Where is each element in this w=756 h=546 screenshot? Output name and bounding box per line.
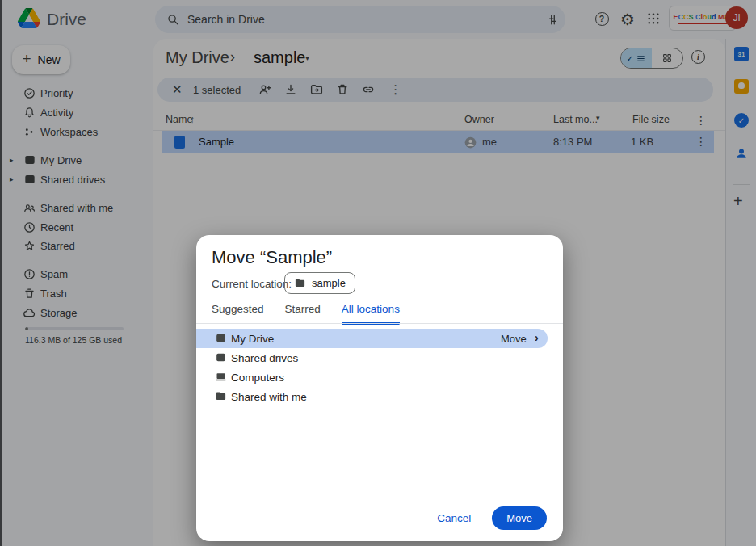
location-row-my-drive[interactable]: My Drive Move › — [196, 329, 548, 348]
dialog-footer: Cancel Move — [437, 506, 547, 530]
dialog-tabs: Suggested Starred All locations — [212, 303, 400, 325]
tab-suggested[interactable]: Suggested — [212, 303, 264, 325]
location-row-computers[interactable]: Computers — [196, 368, 563, 387]
computers-icon — [215, 371, 227, 385]
location-row-shared-drives[interactable]: Shared drives — [196, 348, 563, 368]
cancel-button[interactable]: Cancel — [437, 512, 471, 524]
tab-starred[interactable]: Starred — [285, 303, 321, 325]
current-location-chip[interactable]: sample — [284, 272, 355, 294]
shared-folder-icon — [215, 390, 227, 405]
current-location-label: Current location: — [212, 278, 292, 290]
location-row-shared-with-me[interactable]: Shared with me — [196, 387, 563, 406]
folder-icon — [294, 277, 306, 289]
current-location-name: sample — [312, 277, 346, 289]
shared-drives-icon — [215, 351, 227, 366]
inline-move-action[interactable]: Move — [501, 333, 527, 345]
my-drive-icon — [215, 332, 227, 346]
tab-all-locations[interactable]: All locations — [342, 303, 400, 325]
tabs-divider — [196, 323, 563, 324]
dialog-title: Move “Sample” — [212, 247, 332, 268]
move-button[interactable]: Move — [492, 506, 547, 530]
move-dialog: Move “Sample” Current location: sample S… — [196, 235, 563, 541]
chevron-right-icon[interactable]: › — [535, 331, 539, 344]
